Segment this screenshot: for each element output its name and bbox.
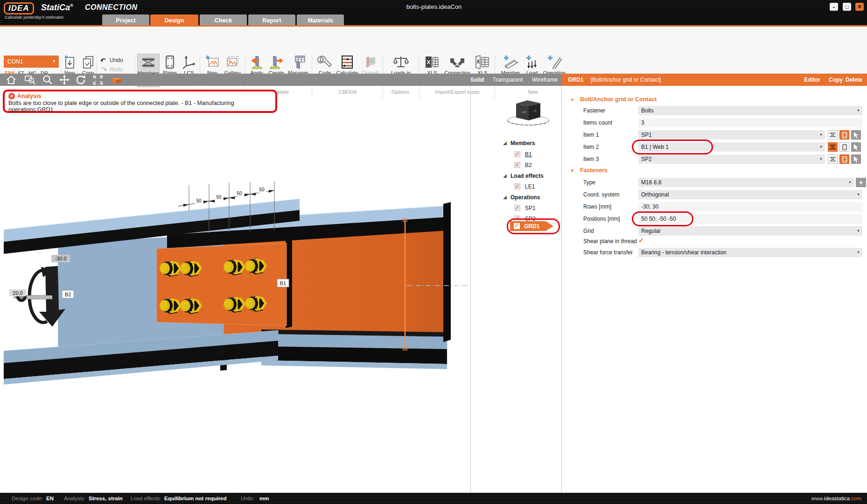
tree-group-operations[interactable]: Operations bbox=[500, 192, 561, 202]
item-1-dropdown[interactable]: SP1▼ bbox=[638, 130, 825, 140]
item-3-pick-button[interactable] bbox=[851, 154, 861, 164]
axes-icon bbox=[182, 55, 196, 70]
view-mode-wireframe[interactable]: Wireframe bbox=[532, 74, 558, 86]
chevron-down-icon: ▼ bbox=[819, 130, 823, 140]
chevron-down-icon: ▼ bbox=[857, 190, 860, 199]
shear-force-transfer-dropdown[interactable]: Bearing - tension/shear interaction▼ bbox=[638, 248, 862, 257]
checkbox-b1[interactable]: ✓ bbox=[514, 151, 520, 157]
items-count-field[interactable]: 3 bbox=[638, 118, 862, 127]
item-3-member-button[interactable] bbox=[828, 154, 838, 164]
checkbox-grd1[interactable]: ✓ bbox=[514, 223, 520, 229]
rotate-icon[interactable] bbox=[76, 75, 87, 85]
zoom-icon[interactable] bbox=[42, 75, 53, 85]
rows-input[interactable]: -30; 30 bbox=[638, 202, 862, 211]
editor-action[interactable]: Editor bbox=[804, 74, 820, 86]
view-mode-solid[interactable]: Solid bbox=[470, 74, 484, 86]
item-2-member-button[interactable] bbox=[828, 142, 838, 152]
checkbox-le1[interactable]: ✓ bbox=[514, 183, 520, 189]
group-label-new: New bbox=[498, 89, 567, 95]
selected-operation-type: [Bolt/Anchor grid or Contact] bbox=[591, 77, 661, 83]
item-2-plate-button[interactable] bbox=[839, 142, 849, 152]
tree-group-load-effects[interactable]: Load effects bbox=[500, 171, 561, 181]
project-item-combobox[interactable]: CON1▼ bbox=[4, 56, 59, 68]
maximize-button[interactable]: □ bbox=[843, 3, 851, 11]
item-1-member-button[interactable] bbox=[828, 130, 838, 140]
section-fasteners[interactable]: ▼Fasteners bbox=[570, 167, 608, 174]
item-1-pick-button[interactable] bbox=[851, 130, 861, 140]
delete-action[interactable]: Delete bbox=[846, 74, 862, 86]
zoom-window-icon[interactable] bbox=[24, 75, 36, 85]
type-dropdown[interactable]: M16 8.8▼ bbox=[638, 178, 854, 187]
cube-face-plus-y[interactable]: +Y bbox=[522, 110, 527, 114]
end-plate-edge[interactable] bbox=[443, 202, 451, 342]
fastener-dropdown[interactable]: Bolts▼ bbox=[638, 106, 862, 115]
item-1-plate-button[interactable] bbox=[839, 130, 849, 140]
collapse-icon[interactable]: ▼ bbox=[570, 98, 574, 102]
item-3-plate-button[interactable] bbox=[839, 154, 849, 164]
tree-group-members[interactable]: Members bbox=[500, 138, 561, 148]
item-2-dropdown[interactable]: B1 | Web 1▼ bbox=[638, 142, 825, 152]
chevron-down-icon: ▼ bbox=[819, 142, 823, 152]
tree-item-grd1-selected[interactable]: ✓ GRD1 bbox=[510, 221, 553, 231]
grid-dropdown[interactable]: Regular▼ bbox=[638, 226, 862, 236]
viewport-tree-divider[interactable] bbox=[470, 86, 471, 493]
balance-scale-icon bbox=[393, 55, 409, 70]
checkbox-b2[interactable]: ✓ bbox=[514, 162, 520, 168]
xls-export-icon: X bbox=[475, 55, 490, 70]
item-2-pick-button[interactable] bbox=[851, 142, 861, 152]
member-icon bbox=[829, 156, 836, 162]
status-analysis-value: Stress, strain bbox=[89, 493, 123, 504]
tree-item-le1[interactable]: ✓ LE1 bbox=[500, 182, 561, 191]
chevron-down-icon: ▼ bbox=[848, 178, 852, 187]
splice-plate-sp1[interactable] bbox=[157, 243, 287, 326]
zoom-fit-icon[interactable] bbox=[92, 75, 104, 85]
copy-action[interactable]: Copy bbox=[829, 74, 843, 86]
plate-icon bbox=[163, 55, 177, 70]
checkbox-sp1[interactable]: ✓ bbox=[514, 205, 520, 211]
section-bolt-anchor-grid[interactable]: ▼Bolt/Anchor grid or Contact bbox=[570, 96, 657, 103]
viewport-3d-scene[interactable]: 50 50 50 50 -30.0 20.0 B2 B1 bbox=[0, 86, 470, 493]
member-beam-icon bbox=[140, 55, 156, 70]
minimize-button[interactable]: – bbox=[830, 3, 838, 11]
new-picture-icon bbox=[205, 55, 220, 70]
label-shear-plane: Shear plane in thread bbox=[583, 237, 637, 246]
home-icon[interactable] bbox=[6, 75, 17, 85]
checkbox-sp2[interactable]: ✓ bbox=[514, 216, 520, 222]
new-member-icon bbox=[503, 55, 518, 70]
label-item-2: Item 2 bbox=[583, 142, 599, 152]
undo-button[interactable]: Undo bbox=[100, 56, 133, 64]
viewport-toolbar: Solid Transparent Wireframe bbox=[0, 74, 561, 86]
member-icon bbox=[829, 144, 836, 150]
pan-icon[interactable] bbox=[59, 75, 70, 85]
navigation-cube[interactable]: +Y -X bbox=[504, 96, 555, 129]
tree-item-b1[interactable]: ✓ B1 bbox=[500, 149, 561, 159]
close-button[interactable]: ✕ bbox=[855, 3, 864, 11]
ribbon: CON1▼ EPS ST MC DR New Copy Project item… bbox=[0, 27, 867, 74]
abacus-icon bbox=[340, 55, 355, 70]
tree-properties-divider[interactable] bbox=[561, 86, 562, 493]
view-mode-transparent[interactable]: Transparent bbox=[493, 74, 523, 86]
solid-box-icon[interactable] bbox=[109, 75, 122, 85]
positions-input[interactable]: 50 50; -50 -50 bbox=[638, 214, 862, 224]
expander-icon[interactable] bbox=[503, 174, 507, 178]
error-icon: ✕ bbox=[8, 93, 15, 99]
selected-operation-id: GRD1 bbox=[568, 77, 583, 83]
item-3-dropdown[interactable]: SP2▼ bbox=[638, 154, 825, 164]
cube-face-minus-x[interactable]: -X bbox=[533, 109, 537, 113]
website-link[interactable]: www.ideastatica.com bbox=[811, 493, 861, 504]
cursor-icon bbox=[853, 132, 859, 138]
label-load-value: 20.0 bbox=[13, 290, 22, 296]
expander-icon[interactable] bbox=[503, 141, 507, 145]
expander-icon[interactable] bbox=[503, 196, 507, 199]
collapse-icon[interactable]: ▼ bbox=[570, 168, 574, 173]
tree-item-b2[interactable]: ✓ B2 bbox=[500, 160, 561, 170]
coord-system-dropdown[interactable]: Orthogonal▼ bbox=[638, 190, 862, 199]
redo-button[interactable]: Redo bbox=[100, 65, 133, 74]
status-units-label: Units: bbox=[241, 493, 254, 504]
idea-statica-connection-window: IDEA StatiCa® CONNECTION Calculate yeste… bbox=[0, 0, 867, 504]
tree-item-sp1[interactable]: ✓ SP1 bbox=[500, 203, 561, 213]
status-load-effects-label: Load effects: bbox=[131, 493, 161, 504]
add-bolt-type-button[interactable]: + bbox=[856, 178, 866, 187]
shear-plane-checkbox[interactable]: ✓ bbox=[638, 237, 644, 244]
statica-logo: StatiCa® bbox=[41, 3, 73, 13]
